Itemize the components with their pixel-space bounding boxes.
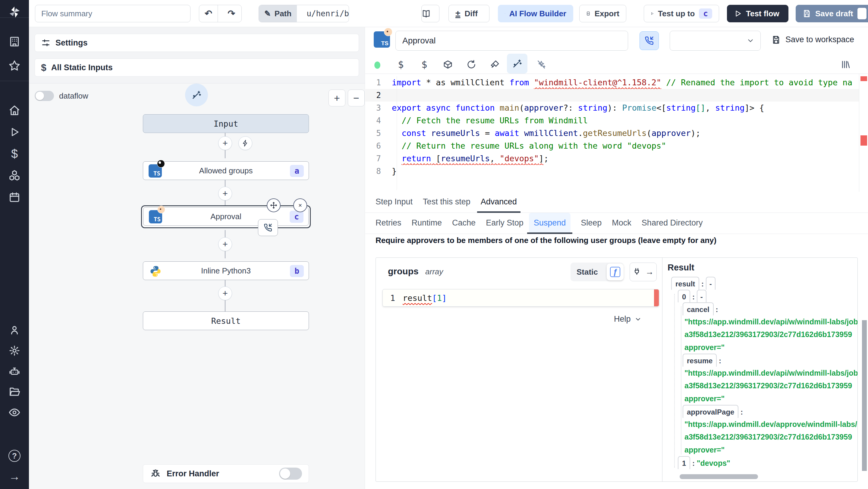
horizontal-scrollbar[interactable] — [680, 474, 758, 479]
add-trigger-bolt-button[interactable] — [239, 136, 252, 150]
result-key-chip[interactable]: approvalPage — [683, 405, 738, 418]
resources-cubes-icon[interactable] — [0, 166, 29, 185]
library-icon[interactable] — [837, 56, 854, 73]
result-key-chip[interactable]: 1 — [678, 456, 690, 469]
tab-runtime[interactable]: Runtime — [412, 213, 442, 234]
flow-node-input[interactable]: Input — [143, 114, 309, 133]
all-static-inputs-card[interactable]: $ All Static Inputs — [35, 59, 359, 77]
script-version-select[interactable] — [670, 31, 761, 51]
result-url-line: approver=" — [684, 446, 724, 454]
reset-refresh-icon[interactable] — [463, 56, 480, 73]
test-flow-button[interactable]: Test flow — [727, 5, 788, 22]
error-handler-toggle[interactable] — [279, 467, 302, 480]
flow-node-inline-python[interactable]: Inline Python3 b — [143, 262, 309, 280]
flow-node-approval[interactable]: TS Approval c — [143, 207, 309, 226]
code-line[interactable]: 1import * as wmillClient from "windmill-… — [365, 76, 868, 89]
tab-step-input[interactable]: Step Input — [375, 192, 412, 213]
step-name-input[interactable] — [396, 31, 628, 51]
dataflow-toggle[interactable] — [35, 91, 54, 101]
tab-cache[interactable]: Cache — [452, 213, 475, 234]
save-draft-button[interactable]: Save draft — [796, 5, 868, 22]
result-key-chip[interactable]: cancel — [683, 302, 714, 315]
groups-expression-editor[interactable]: 1 result[1] — [382, 289, 659, 307]
plug-connect-button[interactable]: → — [629, 263, 657, 281]
windmill-logo[interactable] — [0, 2, 29, 22]
resources-dollar-icon[interactable]: $ — [416, 56, 433, 73]
flow-node-result[interactable]: Result — [143, 311, 309, 330]
help-expander[interactable]: Help — [614, 314, 642, 324]
ai-assist-wand-button[interactable] — [507, 54, 527, 73]
delete-step-button[interactable]: ✕ — [293, 198, 307, 212]
tab-early-stop[interactable]: Early Stop — [486, 213, 524, 234]
tab-mock[interactable]: Mock — [612, 213, 631, 234]
format-brush-icon[interactable] — [487, 56, 503, 73]
suspend-heading: Require approvers to be members of one o… — [375, 236, 716, 245]
collapse-toggle[interactable]: - — [706, 277, 715, 290]
home-icon[interactable] — [0, 101, 29, 120]
vertical-scrollbar[interactable] — [862, 320, 867, 471]
settings-gear-icon[interactable] — [0, 341, 29, 360]
flow-summary-input[interactable] — [35, 5, 190, 22]
workspace-building-icon[interactable] — [0, 32, 29, 51]
code-line[interactable]: 4 // Fetch the resume URLs from Windmill — [365, 114, 868, 127]
tab-shared-directory[interactable]: Shared Directory — [642, 213, 703, 234]
path-button[interactable]: ✎ Path u/henri/bes — [258, 5, 349, 22]
add-step-button[interactable]: + — [218, 237, 232, 251]
variables-dollar-icon[interactable]: $ — [0, 144, 29, 163]
save-to-workspace-button[interactable]: Save to workspace — [772, 35, 854, 44]
suspend-phone-button[interactable] — [640, 31, 659, 50]
move-step-button[interactable] — [267, 198, 281, 212]
error-handler-card[interactable]: Error Handler — [143, 464, 309, 483]
export-button[interactable]: Export — [579, 5, 626, 22]
schedules-calendar-icon[interactable] — [0, 187, 29, 207]
function-mode-button[interactable]: ƒ — [607, 264, 624, 280]
key-colon: : — [690, 459, 696, 467]
zoom-out-button[interactable]: − — [348, 90, 365, 106]
add-step-button[interactable]: + — [218, 187, 232, 201]
tab-advanced[interactable]: Advanced — [481, 192, 517, 213]
help-icon[interactable]: ? — [0, 446, 29, 465]
code-line[interactable]: 8} — [365, 165, 868, 178]
expand-arrow-icon[interactable]: → — [0, 467, 29, 486]
field-type: array — [425, 267, 443, 276]
folders-icon[interactable] — [0, 382, 29, 402]
tab-suspend[interactable]: Suspend — [529, 213, 571, 234]
test-up-to-button[interactable]: Test up to c — [644, 5, 719, 22]
code-line[interactable]: 7 return [resumeUrls, "devops"]; — [365, 152, 868, 165]
runs-play-icon[interactable] — [0, 122, 29, 142]
step-editor-panel: TS Save to workspace $ $ 1import * as wm… — [365, 27, 868, 489]
add-step-button[interactable]: + — [218, 286, 232, 300]
code-line[interactable]: 2 — [365, 89, 868, 101]
flow-node-allowed-groups[interactable]: TS Allowed groups a — [143, 161, 309, 180]
workers-robot-icon[interactable] — [0, 362, 29, 381]
code-line[interactable]: 5 const resumeUrls = await wmillClient.g… — [365, 127, 868, 140]
ai-flow-builder-button[interactable]: AI Flow Builder — [498, 5, 573, 22]
suspend-phone-badge[interactable] — [258, 219, 278, 236]
result-url-line: "https://app.windmill.dev/approve/windmi… — [684, 420, 858, 428]
tab-test-this-step[interactable]: Test this step — [423, 192, 470, 213]
collapse-toggle[interactable]: - — [697, 290, 707, 303]
code-editor[interactable]: 1import * as wmillClient from "windmill-… — [365, 73, 868, 192]
ai-wand-button[interactable] — [185, 84, 208, 106]
zoom-in-button[interactable]: + — [329, 90, 345, 106]
code-line[interactable]: 6 // Return the resume URLs along with t… — [365, 140, 868, 152]
tab-sleep[interactable]: Sleep — [581, 213, 601, 234]
sparkles-off-icon[interactable] — [533, 56, 550, 73]
docs-book-button[interactable] — [421, 5, 439, 22]
favorites-star-icon[interactable] — [0, 56, 29, 75]
user-icon[interactable] — [0, 320, 29, 340]
undo-button[interactable]: ↶ — [199, 5, 218, 22]
audit-eye-icon[interactable] — [0, 403, 29, 422]
tab-retries[interactable]: Retries — [375, 213, 401, 234]
settings-card[interactable]: Settings — [35, 34, 359, 52]
result-key-chip[interactable]: 0 — [678, 290, 690, 303]
static-fn-toggle[interactable]: Static ƒ — [570, 263, 624, 281]
diff-button[interactable]: ± Diff — [448, 5, 490, 22]
code-line[interactable]: 3export async function main(approver?: s… — [365, 101, 868, 114]
result-key-chip[interactable]: resume — [683, 354, 717, 367]
redo-button[interactable]: ↷ — [222, 5, 241, 22]
variables-dollar-icon[interactable]: $ — [393, 56, 409, 73]
package-icon[interactable] — [439, 56, 456, 73]
result-key-chip[interactable]: result — [671, 277, 699, 290]
add-step-button[interactable]: + — [218, 136, 232, 150]
